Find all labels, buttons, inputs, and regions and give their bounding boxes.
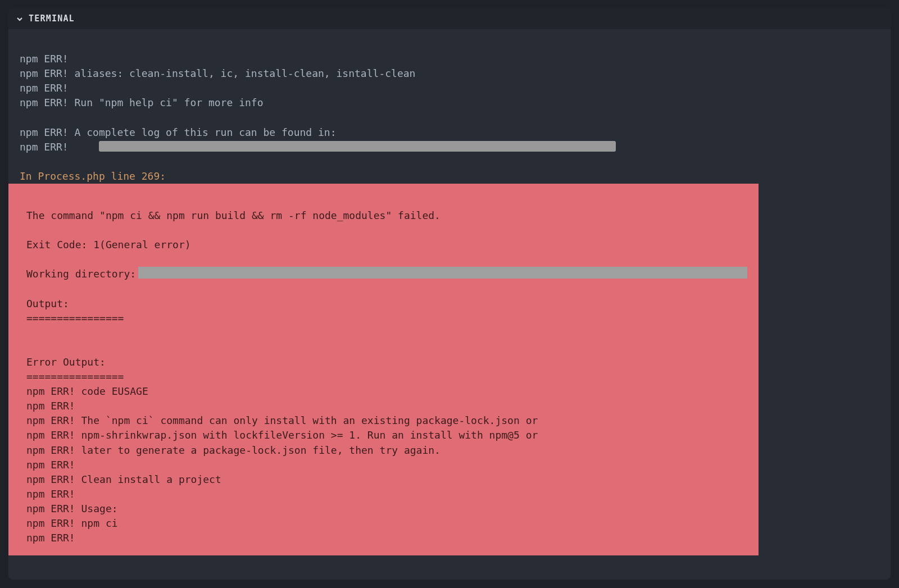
panel-title: TERMINAL bbox=[29, 13, 75, 25]
blank-line bbox=[20, 37, 879, 52]
error-block: The command "npm ci && npm run build && … bbox=[8, 184, 759, 555]
error-line: npm ERR! Usage: bbox=[26, 502, 747, 516]
error-line: npm ERR! bbox=[26, 458, 747, 472]
blank-line bbox=[20, 154, 879, 169]
redacted-path bbox=[99, 141, 616, 152]
chevron-down-icon[interactable] bbox=[16, 16, 23, 22]
wd-label: Working directory: bbox=[26, 267, 136, 281]
error-line: Error Output: bbox=[26, 355, 747, 370]
blank-line bbox=[26, 252, 747, 267]
error-line: npm ERR! bbox=[26, 399, 747, 413]
blank-line bbox=[26, 340, 747, 355]
error-line: ================ bbox=[26, 370, 747, 384]
error-line: npm ERR! npm-shrinkwrap.json with lockfi… bbox=[26, 428, 747, 443]
log-line: npm ERR! bbox=[20, 52, 879, 66]
log-line: npm ERR! bbox=[20, 81, 879, 95]
log-line: npm ERR! bbox=[20, 140, 879, 154]
error-line: The command "npm ci && npm run build && … bbox=[26, 208, 747, 223]
error-line: ================ bbox=[26, 311, 747, 326]
error-line: npm ERR! bbox=[26, 487, 747, 502]
log-prefix: npm ERR! bbox=[20, 141, 99, 153]
blank-line bbox=[26, 326, 747, 340]
terminal-output[interactable]: npm ERR! npm ERR! aliases: clean-install… bbox=[8, 29, 891, 580]
error-line: npm ERR! npm ci bbox=[26, 516, 747, 531]
blank-line bbox=[26, 282, 747, 297]
log-line: npm ERR! aliases: clean-install, ic, ins… bbox=[20, 66, 879, 81]
process-error-line: In Process.php line 269: bbox=[20, 169, 879, 184]
error-line: Output: bbox=[26, 297, 747, 311]
error-line: npm ERR! Clean install a project bbox=[26, 472, 747, 487]
blank-line bbox=[20, 110, 879, 125]
redacted-path bbox=[138, 267, 747, 279]
error-line: Exit Code: 1(General error) bbox=[26, 238, 747, 252]
log-line: npm ERR! Run "npm help ci" for more info bbox=[20, 95, 879, 110]
blank-line bbox=[26, 223, 747, 238]
error-line: npm ERR! bbox=[26, 531, 747, 545]
panel-header[interactable]: TERMINAL bbox=[8, 8, 891, 29]
log-line: npm ERR! A complete log of this run can … bbox=[20, 125, 879, 140]
error-line: npm ERR! later to generate a package-loc… bbox=[26, 443, 747, 458]
error-line: npm ERR! The `npm ci` command can only i… bbox=[26, 413, 747, 428]
blank-line bbox=[26, 194, 747, 208]
terminal-panel: TERMINAL npm ERR! npm ERR! aliases: clea… bbox=[8, 8, 891, 580]
error-line: npm ERR! code EUSAGE bbox=[26, 384, 747, 399]
working-directory-line: Working directory: bbox=[26, 267, 747, 281]
